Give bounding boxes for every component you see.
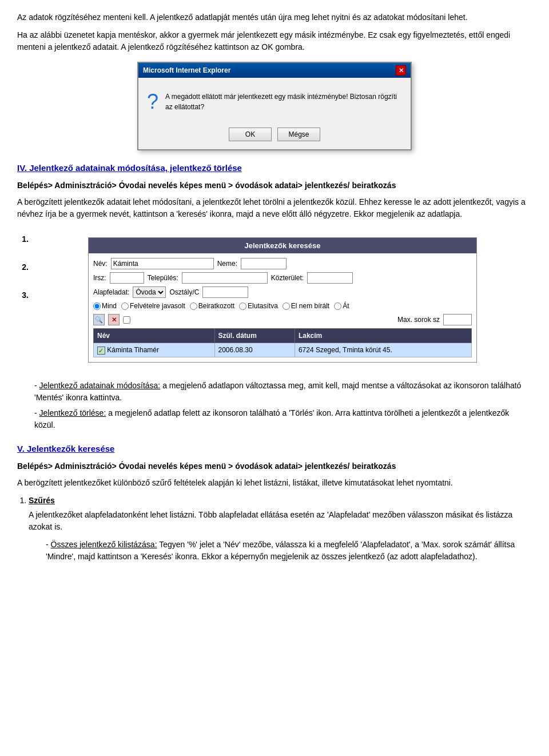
row-checkbox-icon[interactable] [97, 347, 105, 355]
modify-prefix-1: Jelentkező adatainak módosítása: [39, 381, 161, 390]
section-v-list: Szűrés A jelentkezőket alapfeladatonként… [29, 495, 532, 563]
szures-bullets: Összes jelentkező kilistázása: Tegyen '%… [40, 539, 532, 563]
search-widget-header: Jelentkezők keresése [89, 238, 476, 254]
radio-at-input[interactable] [334, 303, 341, 310]
dialog-question-icon: ? [147, 86, 158, 117]
radio-row: Mind Felvételre javasolt Beiratkozott El… [93, 301, 472, 311]
section-iv: IV. Jelentkező adatainak módosítása, jel… [17, 162, 532, 220]
radio-felvételre-input[interactable] [121, 303, 129, 310]
dialog-message: A megadott ellátott már jelentkezett egy… [165, 91, 402, 112]
modify-bullet-2: Jelentkező törlése: a megjelenő adatlap … [29, 407, 532, 431]
section-v: V. Jelentkezők keresése Belépés> Adminis… [17, 443, 532, 563]
radio-at: Át [334, 301, 349, 311]
telepules-label: Település: [148, 273, 178, 283]
result-table-head: Név Szül. dátum Lakcím [94, 329, 472, 343]
radio-mind: Mind [93, 301, 117, 311]
neme-label: Neme: [217, 258, 237, 269]
radio-beiratkozott-input[interactable] [190, 303, 197, 310]
radio-at-label: Át [343, 301, 349, 311]
radio-el-nem-bírált-input[interactable] [283, 303, 290, 310]
max-sorok-label: Max. sorok sz [397, 315, 440, 325]
modify-text-2: a megjelenő adatlap felett az ikonsoron … [34, 408, 509, 429]
dialog-ok-button[interactable]: OK [229, 128, 272, 141]
modify-bullet-1: Jelentkező adatainak módosítása: a megje… [29, 380, 532, 404]
dialog-box: Microsoft Internet Explorer ✕ ? A megado… [137, 62, 412, 150]
irsz-label: Irsz: [93, 273, 106, 283]
step-2-label: 2. [22, 261, 29, 273]
alapfeladat-label: Alapfeladat: [93, 287, 129, 297]
intro-para2: Ha az alábbi üzenetet kapja mentéskor, a… [17, 29, 532, 53]
col-lakcim: Lakcím [295, 329, 471, 343]
radio-elutasítva: Elutasítva [239, 301, 278, 311]
kozterulet-label: Közterület: [271, 273, 304, 283]
szures-bullet-1: Összes jelentkező kilistázása: Tegyen '%… [40, 539, 532, 563]
radio-elutasítva-label: Elutasítva [248, 301, 278, 311]
step-column: 1. 2. 3. [17, 229, 33, 372]
result-table-body: Káminta Tihamér 2006.08.30 6724 Szeged, … [94, 343, 472, 357]
dialog-body: ? A megadott ellátott már jelentkezett e… [138, 78, 411, 123]
section-iv-nav: Belépés> Adminisztráció> Óvodai nevelés … [17, 180, 532, 192]
dialog-titlebar-left: Microsoft Internet Explorer [143, 65, 230, 75]
radio-el-nem-bírált-label: El nem bírált [291, 301, 329, 311]
section-v-desc: A berögzített jelentkezőket különböző sz… [17, 477, 532, 489]
nev-label: Név: [93, 258, 108, 269]
search-row-nev: Név: Neme: [93, 258, 472, 269]
radio-beiratkozott: Beiratkozott [190, 301, 234, 311]
section-v-heading: V. Jelentkezők keresése [17, 443, 532, 456]
radio-felvételre-label: Felvételre javasolt [130, 301, 185, 311]
search-button[interactable]: 🔍 [93, 314, 105, 325]
search-row-irsz: Irsz: Település: Közterület: [93, 272, 472, 284]
search-widget-body: Név: Neme: Irsz: Település: Közterület: … [89, 253, 476, 362]
section-iv-desc: A berögzített jelentkezők adatait lehet … [17, 196, 532, 220]
table-row[interactable]: Káminta Tihamér 2006.08.30 6724 Szeged, … [94, 343, 472, 357]
szures-bullet-1-prefix: Összes jelentkező kilistázása: [51, 540, 157, 549]
action-row: 🔍 ✕ Max. sorok sz [93, 314, 472, 325]
section-v-nav: Belépés> Adminisztráció> Óvodai nevelés … [17, 460, 532, 472]
max-sorok-input[interactable] [443, 314, 472, 325]
telepules-input[interactable] [182, 272, 268, 284]
col-szul-datum: Szül. dátum [214, 329, 295, 343]
cell-szul-datum: 2006.08.30 [214, 343, 295, 357]
modify-bullets: Jelentkező adatainak módosítása: a megje… [29, 380, 532, 431]
dialog-title: Microsoft Internet Explorer [143, 65, 230, 75]
col-nev: Név [94, 329, 215, 343]
result-table: Név Szül. dátum Lakcím Káminta Tihamér 2… [93, 328, 472, 357]
radio-el-nem-bírált: El nem bírált [283, 301, 329, 311]
szures-item: Szűrés A jelentkezőket alapfeladatonként… [29, 495, 532, 563]
search-widget-outer: 1. 2. 3. Jelentkezők keresése Név: Neme:… [17, 229, 532, 372]
irsz-input[interactable] [110, 272, 144, 284]
modify-prefix-2: Jelentkező törlése: [39, 408, 106, 417]
szures-desc: A jelentkezőket alapfeladatonként lehet … [29, 509, 532, 533]
radio-mind-label: Mind [102, 301, 117, 311]
nev-input[interactable] [111, 258, 214, 269]
radio-beiratkozott-label: Beiratkozott [198, 301, 234, 311]
dialog-close-button[interactable]: ✕ [396, 65, 406, 75]
kozterulet-input[interactable] [307, 272, 353, 284]
cell-lakcim: 6724 Szeged, Tminta körút 45. [295, 343, 471, 357]
dialog-cancel-button[interactable]: Mégse [277, 128, 320, 141]
search-row-alapfeladat: Alapfeladat: Óvoda Osztály/C [93, 287, 472, 298]
search-widget: Jelentkezők keresése Név: Neme: Irsz: Te… [88, 237, 477, 363]
radio-mind-input[interactable] [93, 303, 101, 310]
result-table-header-row: Név Szül. dátum Lakcím [94, 329, 472, 343]
dialog-buttons: OK Mégse [138, 123, 411, 149]
intro-para1: Az adatok rögzítéséhez menteni kell. A j… [17, 11, 532, 23]
osztaly-label: Osztály/C [169, 287, 199, 297]
neme-input[interactable] [241, 258, 287, 269]
action-checkbox[interactable] [123, 316, 130, 324]
step-1-label: 1. [22, 233, 29, 245]
step-3-label: 3. [22, 289, 29, 301]
delete-button[interactable]: ✕ [108, 314, 120, 325]
cell-nev: Káminta Tihamér [94, 343, 215, 357]
dialog-titlebar: Microsoft Internet Explorer ✕ [138, 63, 411, 78]
section-iv-heading: IV. Jelentkező adatainak módosítása, jel… [17, 162, 532, 175]
osztaly-input[interactable] [202, 287, 248, 298]
radio-elutasítva-input[interactable] [239, 303, 246, 310]
alapfeladat-select[interactable]: Óvoda [133, 287, 166, 298]
szures-heading: Szűrés [29, 496, 55, 505]
radio-felvételre: Felvételre javasolt [121, 301, 185, 311]
